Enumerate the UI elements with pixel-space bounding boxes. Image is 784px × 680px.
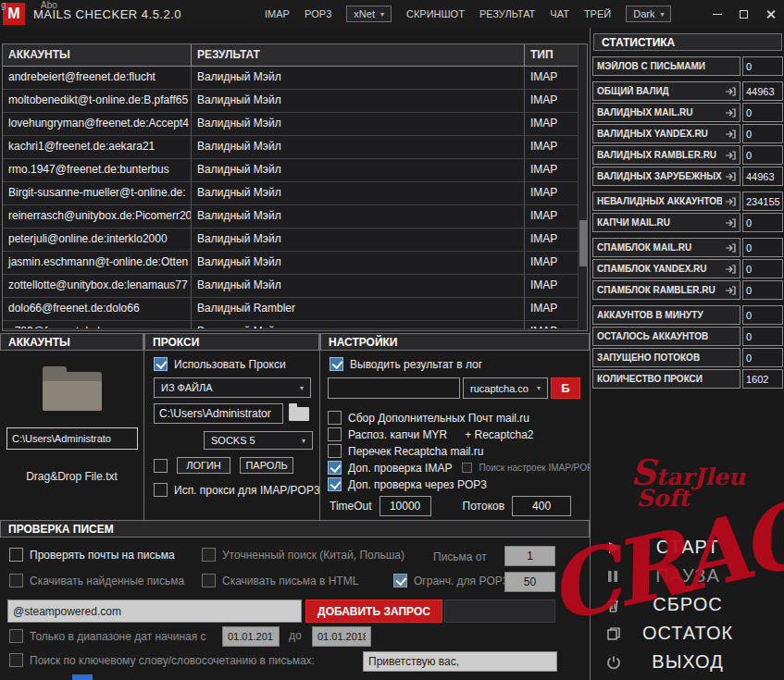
export-icon[interactable] [725, 172, 736, 181]
stat-accounts-per-minute: АККАУНТОВ В МИНУТУ 0 [592, 305, 783, 325]
cell-account: andrebeiert@freenet.de:flucht [3, 67, 192, 90]
column-header-result[interactable]: РЕЗУЛЬТАТ [192, 44, 525, 67]
remainder-button[interactable]: ОСТАТОК [591, 619, 784, 648]
date-to-input[interactable] [312, 626, 371, 647]
menu-xnet-dropdown[interactable]: xNet ▾ [346, 6, 392, 22]
log-output-checkbox[interactable] [330, 357, 343, 371]
close-button[interactable] [757, 0, 784, 28]
folder-icon[interactable] [43, 366, 102, 411]
proxy-type-dropdown[interactable]: SOCKS 5 ▾ [204, 431, 313, 450]
table-row[interactable]: Birgit-susanne-mueller@t-online.de:Валид… [3, 182, 587, 205]
table-row[interactable]: peterjuli@online.de:interklo2000Валидный… [3, 229, 587, 252]
refined-search-checkbox[interactable] [202, 548, 216, 562]
add-query-button[interactable]: ДОБАВИТЬ ЗАПРОС [305, 600, 442, 623]
table-row[interactable]: dolo66@freenet.de:dolo66Валидный Rambler… [3, 298, 587, 321]
captcha-key-input[interactable] [328, 377, 460, 399]
stat-value: 0 [742, 213, 783, 232]
proxy-path-input[interactable] [154, 403, 283, 424]
proxy-auth-checkbox[interactable] [154, 459, 168, 473]
letters-from-input[interactable] [504, 546, 555, 566]
export-icon[interactable] [725, 108, 736, 117]
browse-folder-icon[interactable] [289, 407, 309, 421]
exit-button[interactable]: ВЫХОД [591, 648, 784, 676]
export-icon[interactable] [725, 151, 736, 160]
export-icon[interactable] [725, 87, 736, 96]
extra-pop3-checkbox[interactable] [328, 477, 342, 491]
theme-dropdown[interactable]: Dark ▾ [626, 6, 671, 22]
exit-label: ВЫХОД [652, 651, 723, 673]
minimize-button[interactable] [703, 0, 730, 28]
export-icon[interactable] [725, 197, 736, 206]
pop3-limit-input[interactable] [504, 572, 555, 592]
menu-imap[interactable]: IMAP [265, 8, 290, 19]
collect-extra-label: Сбор Дополнительных Почт mail.ru [348, 412, 529, 425]
table-row[interactable]: reinerrasch@unitybox.de:Picomerr20Валидн… [3, 205, 587, 229]
extra-imap-checkbox[interactable] [328, 461, 342, 475]
start-button[interactable]: СТАРТ [591, 533, 784, 562]
proxy-source-dropdown[interactable]: ИЗ ФАЙЛА ▾ [154, 377, 311, 398]
menu-tray[interactable]: ТРЕЙ [584, 8, 611, 19]
export-icon[interactable] [725, 243, 736, 253]
reset-button[interactable]: СБРОС [591, 590, 784, 619]
proxy-for-imap-checkbox[interactable] [154, 483, 168, 497]
menu-result[interactable]: РЕЗУЛЬТАТ [479, 8, 535, 19]
keyword-input[interactable] [363, 651, 557, 672]
table-row[interactable]: moltobenedikt@t-online.de:B.pfaff65Валид… [3, 90, 587, 113]
timeout-input[interactable] [380, 496, 431, 516]
download-html-checkbox[interactable] [202, 574, 216, 587]
recognize-captcha-checkbox[interactable] [328, 427, 342, 441]
table-row[interactable]: lovehungryman@freenet.de:Accept4Валидный… [3, 113, 587, 136]
timeout-threads-row: TimeOut Потоков [330, 496, 571, 516]
table-scrollbar[interactable] [578, 44, 587, 330]
background-window-fragment: Abo [41, 0, 57, 10]
maximize-button[interactable] [730, 0, 757, 28]
table-row[interactable]: rmo.1947@freenet.de:bunterbusВалидный Мэ… [3, 159, 587, 182]
export-icon[interactable] [725, 218, 736, 228]
table-header: АККАУНТЫ РЕЗУЛЬТАТ ТИП [3, 44, 587, 67]
menu-pop3[interactable]: POP3 [305, 8, 331, 19]
download-letters-checkbox[interactable] [9, 574, 23, 587]
column-header-type[interactable]: ТИП [525, 44, 578, 67]
table-row[interactable]: andrebeiert@freenet.de:fluchtВалидный Мэ… [3, 67, 587, 90]
accounts-file-path[interactable]: C:\Users\Administrato [6, 427, 138, 450]
captcha-service-dropdown[interactable]: rucaptcha.co ▾ [463, 377, 548, 399]
stat-spamblock-mailru: СПАМБЛОК MAIL.RU 0 [592, 238, 783, 257]
date-from-input[interactable] [222, 626, 280, 647]
stat-value: 0 [742, 327, 783, 346]
cell-result: Валидный Мэйл [192, 205, 525, 229]
query-extra-area[interactable] [444, 600, 555, 623]
cell-type: IMAP [525, 252, 578, 275]
collect-extra-checkbox[interactable] [328, 411, 342, 425]
table-row[interactable]: jasmin.eschmann@t-online.de:OttenВалидны… [3, 252, 587, 275]
cell-type: IMAP [525, 275, 578, 298]
export-icon[interactable] [725, 286, 736, 295]
query-input[interactable] [7, 600, 302, 623]
cell-result: Валидный Мэйл [192, 136, 525, 159]
table-row[interactable]: kachri1@freenet.de:aekara21Валидный Мэйл… [3, 136, 587, 159]
balance-button[interactable]: Б [551, 377, 580, 399]
table-row[interactable]: zottellotte@unitybox.de:lenamaus77Валидн… [3, 275, 587, 298]
proxy-password-button[interactable]: ПАРОЛЬ [240, 457, 293, 474]
imap-pop-settings-search-checkbox[interactable] [462, 463, 472, 473]
keyword-search-checkbox[interactable] [9, 653, 23, 667]
proxy-login-button[interactable]: ЛОГИН [177, 457, 230, 474]
pause-button[interactable]: ПАУЗА [591, 562, 784, 590]
menu-chat[interactable]: ЧАТ [550, 8, 569, 19]
use-proxy-option: Использовать Прокси [154, 357, 286, 371]
use-proxy-checkbox[interactable] [154, 357, 168, 371]
date-range-checkbox[interactable] [9, 629, 23, 643]
menu-screenshot[interactable]: СКРИНШОТ [406, 8, 465, 19]
close-icon [765, 9, 776, 19]
table-row[interactable]: a789@freenet.de:kaВалидный МэйлIMAP [3, 321, 587, 329]
recheck-recaptcha-checkbox[interactable] [328, 444, 342, 458]
stat-label: МЭЙЛОВ С ПИСЬМАМИ [597, 61, 705, 71]
threads-input[interactable] [512, 496, 571, 516]
column-header-accounts[interactable]: АККАУНТЫ [3, 44, 192, 67]
pop3-limit-checkbox[interactable] [393, 574, 407, 587]
cell-type: IMAP [525, 159, 578, 182]
scrollbar-thumb[interactable] [579, 220, 587, 266]
cell-account: Birgit-susanne-mueller@t-online.de: [3, 182, 192, 205]
check-letters-checkbox[interactable] [9, 548, 23, 562]
export-icon[interactable] [725, 265, 736, 274]
export-icon[interactable] [725, 130, 736, 139]
